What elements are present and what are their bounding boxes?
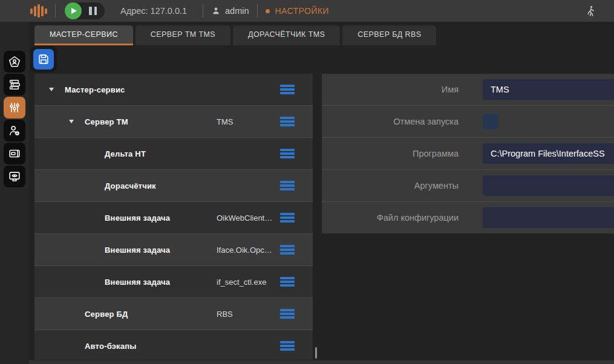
- tree-row-external-task-2[interactable]: Внешняя задача Iface.Oik.Opc…: [34, 234, 313, 265]
- tree-row-value: OikWebClient…: [217, 213, 272, 223]
- user-icon: [211, 6, 221, 16]
- field-label: Имя: [322, 85, 459, 94]
- stacked-books-icon: [8, 78, 21, 91]
- form-row-program: Программа: [322, 138, 614, 169]
- divider: [55, 4, 56, 18]
- tree-row-label: Дорасчётчик: [105, 181, 156, 190]
- settings-sliders-icon: [8, 101, 21, 114]
- form-row-arguments: Аргументы: [322, 170, 614, 201]
- field-label: Файл конфигурации: [322, 213, 459, 223]
- tree-row-doraschetchik[interactable]: Дорасчётчик: [34, 170, 313, 201]
- save-button-container: [30, 46, 57, 73]
- tree-row-auto-backups[interactable]: Авто-бэкапы: [34, 330, 313, 360]
- top-bar: Адрес: 127.0.0.1 admin НАСТРОЙКИ: [0, 0, 614, 22]
- monitor-eye-icon: [8, 170, 21, 183]
- app-logo-icon: [30, 4, 47, 18]
- divider: [257, 4, 258, 18]
- save-button[interactable]: [33, 49, 54, 70]
- settings-nav-item[interactable]: НАСТРОЙКИ: [266, 6, 329, 16]
- tree-row-label: Внешняя задача: [105, 278, 170, 287]
- collapse-arrow-icon[interactable]: [49, 88, 54, 91]
- tree-row-master-service[interactable]: Мастер-сервис: [34, 74, 313, 105]
- tree-row-label: Внешняя задача: [105, 245, 170, 255]
- properties-form: Имя Отмена запуска Программа Аргументы Ф…: [322, 74, 614, 233]
- tree-row-server-bd[interactable]: Сервер БД RBS: [34, 298, 313, 330]
- arguments-input[interactable]: [483, 175, 614, 196]
- row-menu-button[interactable]: [280, 213, 295, 223]
- row-menu-button[interactable]: [280, 277, 295, 287]
- tree-row-value: if_sect_ctl.exe: [217, 278, 266, 287]
- row-menu-button[interactable]: [280, 309, 295, 319]
- bullet-icon: [266, 9, 270, 13]
- walking-person-button[interactable]: [584, 5, 597, 18]
- sidebar: [0, 22, 29, 364]
- tree-row-delta-nt[interactable]: Дельта НТ: [34, 138, 313, 169]
- field-label: Отмена запуска: [322, 117, 459, 126]
- row-menu-button[interactable]: [280, 85, 295, 94]
- run-control: [65, 2, 105, 19]
- field-label: Программа: [322, 149, 459, 158]
- pentagon-security-icon: [8, 55, 21, 68]
- tab-server-tm-tms[interactable]: СЕРВЕР ТМ TMS: [136, 25, 230, 45]
- play-icon: [71, 8, 77, 14]
- user-gear-icon: [8, 124, 21, 137]
- sidebar-item-pentagon-security[interactable]: [4, 51, 25, 73]
- tree-row-label: Мастер-сервис: [65, 85, 125, 94]
- address-label: Адрес: 127.0.0.1: [120, 6, 187, 16]
- row-menu-button[interactable]: [280, 341, 295, 351]
- sidebar-item-stacked-books[interactable]: [4, 74, 25, 96]
- form-row-name: Имя: [322, 74, 614, 105]
- collapse-arrow-icon[interactable]: [69, 120, 74, 123]
- row-menu-button[interactable]: [280, 149, 295, 158]
- tab-doraschetchik-tms[interactable]: ДОРАСЧЁТЧИК TMS: [233, 25, 340, 45]
- tree-row-label: Сервер ТМ: [85, 117, 128, 126]
- vertical-scrollbar-thumb[interactable]: [315, 347, 317, 359]
- tree-row-server-tm[interactable]: Сервер ТМ TMS: [34, 106, 313, 137]
- pause-button[interactable]: [89, 7, 97, 15]
- user-name: admin: [225, 6, 249, 16]
- tree-row-label: Внешняя задача: [105, 213, 170, 223]
- program-input[interactable]: [483, 143, 614, 164]
- divider: [203, 4, 203, 18]
- row-menu-button[interactable]: [280, 181, 295, 190]
- tab-master-service[interactable]: МАСТЕР-СЕРВИС: [34, 25, 133, 45]
- sidebar-item-settings-sliders[interactable]: [4, 97, 25, 119]
- tree-row-value: TMS: [217, 117, 233, 126]
- sidebar-item-card-reader[interactable]: [4, 143, 25, 164]
- tab-server-bd-rbs[interactable]: СЕРВЕР БД RBS: [342, 25, 436, 45]
- row-menu-button[interactable]: [280, 117, 295, 126]
- tree-row-label: Дельта НТ: [105, 149, 146, 158]
- card-reader-icon: [8, 147, 21, 160]
- user-menu[interactable]: admin: [211, 6, 249, 16]
- sidebar-item-user-settings[interactable]: [4, 120, 25, 141]
- tree-row-value: Iface.Oik.Opc…: [217, 245, 272, 255]
- service-tree: Мастер-сервис Сервер ТМ TMS Дельта НТ До…: [34, 74, 313, 360]
- tree-row-external-task-3[interactable]: Внешняя задача if_sect_ctl.exe: [34, 266, 313, 297]
- tree-row-value: RBS: [217, 310, 233, 319]
- form-row-config-file: Файл конфигурации: [322, 202, 614, 233]
- walking-person-icon: [584, 5, 597, 18]
- tree-row-label: Авто-бэкапы: [85, 342, 137, 351]
- name-input[interactable]: [483, 79, 614, 100]
- field-label: Аргументы: [322, 181, 459, 190]
- tab-bar: МАСТЕР-СЕРВИС СЕРВЕР ТМ TMS ДОРАСЧЁТЧИК …: [29, 22, 614, 45]
- form-row-cancel-launch: Отмена запуска: [322, 106, 614, 137]
- cancel-launch-checkbox[interactable]: [483, 114, 498, 129]
- section-label: НАСТРОЙКИ: [275, 6, 329, 16]
- sidebar-item-monitor-view[interactable]: [4, 166, 25, 187]
- play-button[interactable]: [65, 2, 82, 19]
- tree-row-label: Сервер БД: [85, 310, 128, 319]
- horizontal-scrollbar-track[interactable]: [29, 360, 614, 364]
- config-file-input[interactable]: [483, 207, 614, 228]
- tree-row-external-task-1[interactable]: Внешняя задача OikWebClient…: [34, 202, 313, 233]
- row-menu-button[interactable]: [280, 245, 295, 255]
- floppy-disk-icon: [37, 53, 50, 66]
